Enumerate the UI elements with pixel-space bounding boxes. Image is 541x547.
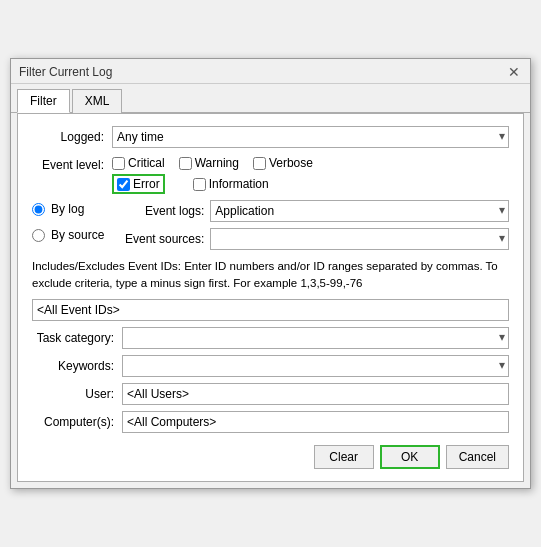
event-ids-row	[32, 299, 509, 321]
task-category-row: Task category:	[32, 327, 509, 349]
close-button[interactable]: ✕	[506, 65, 522, 79]
computer-input[interactable]	[122, 411, 509, 433]
verbose-checkbox[interactable]	[253, 157, 266, 170]
checkbox-verbose[interactable]: Verbose	[253, 156, 313, 170]
by-source-label: By source	[51, 228, 104, 242]
dialog: Filter Current Log ✕ Filter XML Logged: …	[10, 58, 531, 488]
logged-select-container: Any time Last hour Last 12 hours Last 24…	[112, 126, 509, 148]
logged-row: Logged: Any time Last hour Last 12 hours…	[32, 126, 509, 148]
filter-content: Logged: Any time Last hour Last 12 hours…	[17, 113, 524, 481]
checkbox-information[interactable]: Information	[193, 177, 269, 191]
logged-select[interactable]: Any time Last hour Last 12 hours Last 24…	[112, 126, 509, 148]
tab-xml[interactable]: XML	[72, 89, 123, 113]
user-input[interactable]	[122, 383, 509, 405]
by-log-label: By log	[51, 202, 84, 216]
radio-column: By log By source	[32, 200, 104, 250]
keywords-row: Keywords:	[32, 355, 509, 377]
tab-filter[interactable]: Filter	[17, 89, 70, 113]
clear-button[interactable]: Clear	[314, 445, 374, 469]
computer-label: Computer(s):	[32, 415, 122, 429]
logged-label: Logged:	[32, 130, 112, 144]
information-label: Information	[209, 177, 269, 191]
event-sources-select-container	[210, 228, 509, 250]
checkbox-error[interactable]: Error	[112, 174, 165, 194]
button-row: Clear OK Cancel	[32, 441, 509, 469]
computer-row: Computer(s):	[32, 411, 509, 433]
checkbox-row-1: Critical Warning Verbose	[112, 156, 313, 170]
verbose-label: Verbose	[269, 156, 313, 170]
event-level-row: Event level: Critical Warning Verbose	[32, 156, 509, 194]
warning-label: Warning	[195, 156, 239, 170]
checkbox-critical[interactable]: Critical	[112, 156, 165, 170]
task-category-label: Task category:	[32, 331, 122, 345]
dialog-title: Filter Current Log	[19, 65, 112, 79]
description-text: Includes/Excludes Event IDs: Enter ID nu…	[32, 258, 509, 290]
cancel-button[interactable]: Cancel	[446, 445, 509, 469]
task-category-select[interactable]	[122, 327, 509, 349]
keywords-select[interactable]	[122, 355, 509, 377]
keywords-select-container	[122, 355, 509, 377]
event-sources-row: Event sources:	[120, 228, 509, 250]
event-logs-label: Event logs:	[120, 204, 210, 218]
checkbox-row-2: Error Information	[112, 174, 313, 194]
error-label: Error	[133, 177, 160, 191]
critical-label: Critical	[128, 156, 165, 170]
event-logs-select[interactable]: Application	[210, 200, 509, 222]
tab-bar: Filter XML	[11, 84, 530, 113]
checkbox-warning[interactable]: Warning	[179, 156, 239, 170]
keywords-label: Keywords:	[32, 359, 122, 373]
title-bar: Filter Current Log ✕	[11, 59, 530, 84]
checkboxes-grid: Critical Warning Verbose Error	[112, 156, 313, 194]
information-checkbox[interactable]	[193, 178, 206, 191]
user-label: User:	[32, 387, 122, 401]
radio-log-area: By log By source Event logs: Application	[32, 200, 509, 250]
event-sources-select[interactable]	[210, 228, 509, 250]
event-level-label: Event level:	[32, 156, 112, 172]
task-category-select-container	[122, 327, 509, 349]
error-checkbox[interactable]	[117, 178, 130, 191]
radio-by-source[interactable]: By source	[32, 228, 104, 242]
event-logs-row: Event logs: Application	[120, 200, 509, 222]
radio-by-log[interactable]: By log	[32, 202, 104, 216]
by-source-radio[interactable]	[32, 229, 45, 242]
by-log-radio[interactable]	[32, 203, 45, 216]
critical-checkbox[interactable]	[112, 157, 125, 170]
event-ids-input[interactable]	[32, 299, 509, 321]
event-sources-label: Event sources:	[120, 232, 210, 246]
user-row: User:	[32, 383, 509, 405]
warning-checkbox[interactable]	[179, 157, 192, 170]
fields-column: Event logs: Application Event sources:	[120, 200, 509, 250]
ok-button[interactable]: OK	[380, 445, 440, 469]
event-logs-select-container: Application	[210, 200, 509, 222]
